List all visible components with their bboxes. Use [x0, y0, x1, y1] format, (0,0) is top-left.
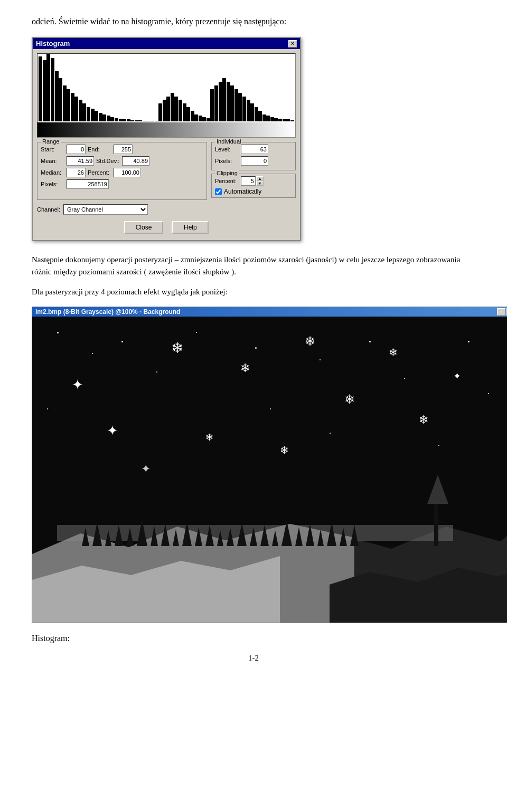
- clip-percent-input[interactable]: [241, 176, 256, 186]
- hist-bar-31: [163, 100, 166, 121]
- std-label: Std.Dev.:: [96, 158, 120, 164]
- star-14: [330, 433, 331, 434]
- spinner-down[interactable]: ▼: [256, 181, 264, 186]
- hist-bar-4: [55, 71, 59, 122]
- star-5: [196, 332, 197, 333]
- help-button[interactable]: Help: [172, 221, 209, 234]
- close-button[interactable]: Close: [124, 221, 164, 234]
- hist-bar-51: [242, 97, 246, 122]
- hist-bar-48: [230, 85, 234, 121]
- hist-bar-38: [191, 111, 194, 122]
- hist-bar-36: [183, 103, 186, 121]
- hist-bar-34: [174, 97, 178, 122]
- hist-bar-22: [127, 119, 130, 121]
- auto-checkbox[interactable]: [215, 188, 222, 195]
- snowflake-10: ❄: [419, 414, 428, 426]
- end-input[interactable]: [114, 145, 133, 154]
- range-section: Range Start: End: Mean: Std.Dev.: Median…: [37, 142, 207, 200]
- end-label: End:: [88, 146, 111, 152]
- hist-bar-19: [115, 118, 118, 122]
- star-11: [488, 393, 489, 394]
- hist-bar-7: [67, 89, 70, 122]
- spinner-up[interactable]: ▲: [256, 176, 264, 181]
- tree-4: [115, 525, 123, 546]
- level-row: Level:: [215, 145, 292, 154]
- clipping-section: Clipping Percent: ▲ ▼ Autom: [211, 174, 296, 198]
- hist-bar-1: [43, 60, 46, 121]
- median-label: Median:: [41, 169, 64, 176]
- individual-title: Individual: [215, 138, 242, 145]
- mean-row: Mean: Std.Dev.:: [41, 156, 203, 166]
- hist-bar-63: [290, 120, 294, 122]
- tree-2: [92, 522, 102, 546]
- hist-bar-45: [219, 82, 222, 121]
- hist-bar-49: [234, 89, 238, 122]
- ind-pixels-input[interactable]: [241, 156, 268, 166]
- dialog-close-button[interactable]: ×: [288, 40, 297, 47]
- auto-label: Automatically: [224, 188, 261, 195]
- star-6: [255, 347, 257, 349]
- hist-bar-10: [79, 100, 82, 121]
- hist-bar-8: [71, 93, 74, 122]
- gradient-strip: [37, 122, 295, 137]
- hist-bar-18: [110, 117, 114, 121]
- minimize-button[interactable]: −: [497, 308, 505, 316]
- start-input[interactable]: [67, 145, 86, 154]
- histogram-dialog: Histogram × Range Start: End: Mean:: [32, 37, 301, 241]
- tree-24: [340, 528, 347, 546]
- mean-input[interactable]: [67, 156, 94, 166]
- image-window: im2.bmp (8-Bit Grayscale) @100% - Backgr…: [32, 307, 507, 623]
- tree-pole: [434, 504, 438, 546]
- tree-1: [82, 528, 89, 546]
- snowflake-11: ✦: [141, 463, 151, 475]
- hist-bar-20: [119, 119, 123, 121]
- hist-bar-58: [270, 117, 274, 121]
- snowflake-5: ❄: [389, 347, 398, 358]
- hist-bar-27: [146, 121, 150, 121]
- star-12: [47, 408, 48, 409]
- histogram-bars-container: [37, 53, 295, 121]
- hist-bar-39: [194, 114, 198, 122]
- dialog-sections: Range Start: End: Mean: Std.Dev.: Median…: [37, 142, 296, 200]
- tree-11: [195, 527, 202, 546]
- pixels-label: Pixels:: [41, 181, 64, 187]
- dialog-titlebar: Histogram ×: [33, 38, 300, 49]
- hist-bar-15: [99, 113, 102, 121]
- snowflake-12: ❄: [280, 445, 289, 455]
- tree-22: [317, 529, 324, 546]
- hist-bar-11: [82, 103, 86, 121]
- median-input[interactable]: [67, 168, 86, 177]
- tree-8: [161, 524, 170, 546]
- tree-13: [217, 530, 223, 546]
- pixels-input[interactable]: [67, 179, 109, 189]
- hist-bar-28: [151, 121, 154, 121]
- channel-row: Channel: Gray Channel: [37, 204, 296, 215]
- hist-bar-12: [87, 107, 90, 121]
- clip-spinner[interactable]: ▲ ▼: [241, 176, 264, 186]
- hist-bar-13: [91, 109, 95, 122]
- tree-20: [295, 527, 303, 546]
- hist-bar-44: [214, 85, 218, 121]
- histogram-chart: [37, 53, 296, 138]
- ind-pixels-row: Pixels:: [215, 156, 292, 166]
- hist-bar-23: [130, 120, 134, 122]
- std-input[interactable]: [122, 156, 149, 166]
- hist-bar-37: [186, 107, 190, 121]
- channel-select[interactable]: Gray Channel: [63, 204, 148, 215]
- image-canvas: ❄ ❄ ✦ ❄ ❄ ✦ ❄ ✦ ❄ ❄ ✦ ❄: [32, 317, 507, 623]
- hist-bar-30: [158, 103, 162, 121]
- snowflake-4: ❄: [240, 362, 250, 374]
- percent-input[interactable]: [114, 168, 141, 177]
- tree-9: [173, 529, 179, 546]
- snowflake-3: ✦: [72, 378, 83, 391]
- pixels-row: Pixels:: [41, 179, 203, 189]
- hist-bar-42: [206, 118, 210, 122]
- tree-7: [151, 526, 158, 546]
- right-sections: Individual Level: Pixels: Clipping Perce…: [211, 142, 296, 200]
- hist-bar-40: [199, 116, 202, 121]
- level-input[interactable]: [241, 145, 268, 154]
- hist-bar-5: [59, 78, 62, 121]
- hist-bar-61: [283, 119, 286, 121]
- image-titlebar: im2.bmp (8-Bit Grayscale) @100% - Backgr…: [32, 307, 507, 317]
- spinner-arrows[interactable]: ▲ ▼: [256, 176, 264, 186]
